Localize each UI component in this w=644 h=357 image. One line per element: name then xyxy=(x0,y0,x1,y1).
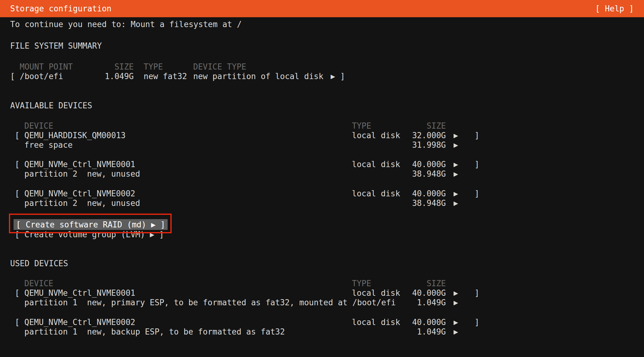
chevron-right-icon[interactable]: ▶ xyxy=(454,327,458,337)
device-subrow-partition2[interactable]: partition 2 new, unused 38.948G ▶ xyxy=(0,169,644,179)
partition-size: 38.948G xyxy=(404,199,446,208)
device-type: local disk xyxy=(352,160,400,169)
page-title: Storage configuration xyxy=(10,4,112,13)
row-close-bracket: ] xyxy=(475,160,479,169)
partition-detail: partition 1 new, primary ESP, to be form… xyxy=(24,298,396,307)
row-close-bracket: ] xyxy=(475,318,479,327)
storage-configuration-screen: Storage configuration [ Help ] To contin… xyxy=(0,0,644,357)
row-close-bracket: ] xyxy=(475,288,479,298)
row-open-bracket: [ xyxy=(15,189,20,199)
row-close-bracket: ] xyxy=(475,189,479,199)
device-size: 40.000G xyxy=(404,318,446,327)
section-title-filesystem-summary: FILE SYSTEM SUMMARY xyxy=(10,41,102,51)
help-button[interactable]: [ Help ] xyxy=(595,4,634,13)
mount-point-value: /boot/efi xyxy=(20,72,63,81)
device-name: QEMU_NVMe_Ctrl_NVME0001 xyxy=(24,160,135,169)
chevron-right-icon[interactable]: ▶ xyxy=(331,72,335,81)
device-type: local disk xyxy=(352,318,400,327)
chevron-right-icon[interactable]: ▶ xyxy=(454,140,458,150)
row-open-bracket: [ xyxy=(15,160,20,169)
chevron-right-icon[interactable]: ▶ xyxy=(454,298,458,307)
used-device-row-nvme0001[interactable]: [ QEMU_NVMe_Ctrl_NVME0001 local disk 40.… xyxy=(0,288,644,298)
used-device-row-nvme0002[interactable]: [ QEMU_NVMe_Ctrl_NVME0002 local disk 40.… xyxy=(0,318,644,327)
device-subrow-free-space[interactable]: free space 31.998G ▶ xyxy=(0,140,644,150)
chevron-right-icon[interactable]: ▶ xyxy=(454,131,458,140)
device-name: QEMU_NVMe_Ctrl_NVME0002 xyxy=(24,318,135,327)
device-type-value: new partition of local disk xyxy=(193,72,324,81)
col-header-device-type: DEVICE TYPE xyxy=(193,62,246,72)
partition-size: 31.998G xyxy=(404,140,446,150)
row-open-bracket: [ xyxy=(15,131,20,140)
row-close-bracket: ] xyxy=(475,131,479,140)
button-open-bracket: [ xyxy=(16,220,21,229)
col-header-size: SIZE xyxy=(92,62,134,72)
device-name: QEMU_NVMe_Ctrl_NVME0002 xyxy=(24,189,135,199)
device-size: 40.000G xyxy=(404,288,446,298)
row-open-bracket: [ xyxy=(15,318,20,327)
device-size: 40.000G xyxy=(404,160,446,169)
chevron-right-icon[interactable]: ▶ xyxy=(454,160,458,169)
create-volume-group-button[interactable]: [ Create volume group (LVM) ▶ ] xyxy=(15,230,164,239)
device-name: QEMU_NVMe_Ctrl_NVME0001 xyxy=(24,288,135,298)
chevron-right-icon[interactable]: ▶ xyxy=(454,169,458,179)
used-device-subrow-partition1[interactable]: partition 1 new, primary ESP, to be form… xyxy=(0,298,644,307)
partition-size: 1.049G xyxy=(404,327,446,337)
section-title-available-devices: AVAILABLE DEVICES xyxy=(10,101,92,110)
col-header-device: DEVICE xyxy=(24,121,53,131)
device-row-qemu-harddisk[interactable]: [ QEMU_HARDDISK_QM00013 local disk 32.00… xyxy=(0,131,644,140)
col-header-type: TYPE xyxy=(352,279,371,288)
col-header-mount-point: MOUNT POINT xyxy=(20,62,73,72)
chevron-right-icon: ▶ xyxy=(150,230,154,239)
device-subrow-partition2[interactable]: partition 2 new, unused 38.948G ▶ xyxy=(0,199,644,208)
device-row-nvme0001[interactable]: [ QEMU_NVMe_Ctrl_NVME0001 local disk 40.… xyxy=(0,160,644,169)
button-open-bracket: [ xyxy=(15,230,20,239)
col-header-type: TYPE xyxy=(144,62,163,72)
intro-text: To continue you need to: Mount a filesys… xyxy=(10,20,242,29)
used-device-subrow-partition1[interactable]: partition 1 new, backup ESP, to be forma… xyxy=(0,327,644,337)
button-close-bracket: ] xyxy=(154,230,164,239)
button-label: Create volume group (LVM) xyxy=(20,230,150,239)
chevron-right-icon[interactable]: ▶ xyxy=(454,288,458,298)
size-value: 1.049G xyxy=(92,72,134,81)
available-devices-header-row: DEVICE TYPE SIZE xyxy=(0,121,644,131)
partition-detail: partition 2 new, unused xyxy=(24,169,140,179)
fs-summary-row-boot-efi[interactable]: [ /boot/efi 1.049G new fat32 new partiti… xyxy=(0,72,644,81)
partition-detail: partition 2 new, unused xyxy=(24,199,140,208)
device-size: 40.000G xyxy=(404,189,446,199)
chevron-right-icon[interactable]: ▶ xyxy=(454,199,458,208)
device-type: local disk xyxy=(352,288,400,298)
row-close-bracket: ] xyxy=(340,72,345,81)
create-software-raid-button[interactable]: [ Create software RAID (md) ▶ ] xyxy=(14,219,168,230)
device-name: QEMU_HARDDISK_QM00013 xyxy=(24,131,126,140)
chevron-right-icon: ▶ xyxy=(151,221,156,228)
section-title-used-devices: USED DEVICES xyxy=(10,259,68,268)
type-value: new fat32 xyxy=(144,72,187,81)
col-header-device: DEVICE xyxy=(24,279,53,288)
partition-detail: partition 1 new, backup ESP, to be forma… xyxy=(24,327,285,337)
title-bar: Storage configuration [ Help ] xyxy=(0,0,644,17)
partition-size: 38.948G xyxy=(404,169,446,179)
device-type: local disk xyxy=(352,189,400,199)
device-row-nvme0002[interactable]: [ QEMU_NVMe_Ctrl_NVME0002 local disk 40.… xyxy=(0,189,644,199)
col-header-type: TYPE xyxy=(352,121,371,131)
row-open-bracket: [ xyxy=(10,72,15,81)
used-devices-header-row: DEVICE TYPE SIZE xyxy=(0,279,644,288)
partition-detail: free space xyxy=(24,140,73,150)
chevron-right-icon[interactable]: ▶ xyxy=(454,189,458,199)
partition-size: 1.049G xyxy=(404,298,446,307)
col-header-size: SIZE xyxy=(404,121,446,131)
row-open-bracket: [ xyxy=(15,288,20,298)
button-close-bracket: ] xyxy=(156,220,165,229)
chevron-right-icon[interactable]: ▶ xyxy=(454,318,458,327)
fs-summary-header-row: MOUNT POINT SIZE TYPE DEVICE TYPE xyxy=(0,62,644,72)
device-size: 32.000G xyxy=(404,131,446,140)
device-type: local disk xyxy=(352,131,400,140)
col-header-size: SIZE xyxy=(404,279,446,288)
button-label: Create software RAID (md) xyxy=(21,220,151,229)
